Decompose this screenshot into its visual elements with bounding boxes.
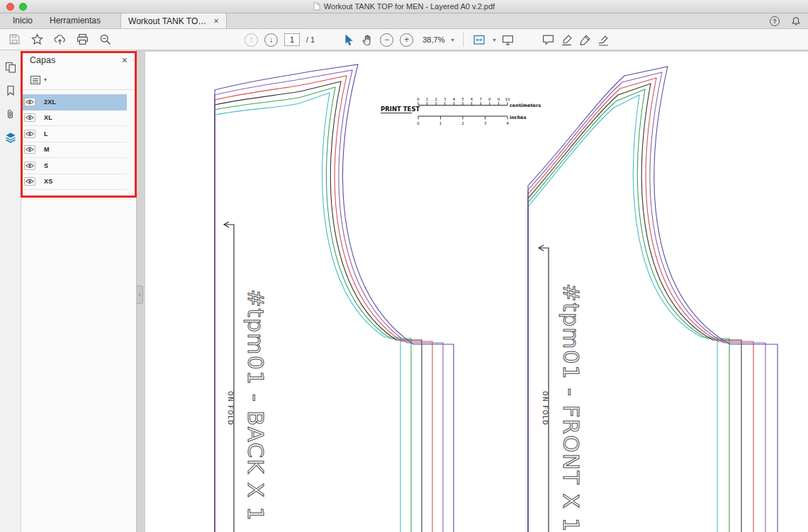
layer-name: XL — [44, 114, 52, 121]
chevron-down-icon[interactable]: ▾ — [44, 77, 47, 83]
on-fold-label-back: ON FOLD — [227, 391, 234, 426]
svg-text:2: 2 — [434, 97, 437, 101]
front-piece-label: #tpm01 - FRONT X 1 — [559, 283, 584, 532]
eye-icon — [26, 115, 34, 120]
favorites-star-button[interactable] — [31, 33, 43, 45]
layer-visibility-toggle[interactable] — [24, 162, 35, 170]
zoom-search-button[interactable] — [99, 33, 111, 45]
svg-text:8: 8 — [488, 97, 491, 101]
zoom-level-value[interactable]: 38,7% — [422, 35, 444, 44]
layers-panel: Capas × ▾ 2XL — [21, 50, 137, 532]
page-number-input[interactable] — [284, 33, 300, 46]
svg-text:10: 10 — [505, 97, 510, 101]
layer-name: 2XL — [44, 98, 56, 106]
svg-text:7: 7 — [479, 97, 482, 101]
panel-collapse-handle[interactable]: ‹ — [137, 285, 143, 304]
layer-row[interactable]: XL — [21, 111, 127, 127]
window-title-area: Workout TANK TOP for MEN - Layered A0 v.… — [313, 2, 495, 11]
bookmarks-button[interactable] — [5, 85, 16, 96]
page-up-button[interactable]: ↑ — [245, 33, 258, 47]
fit-width-button[interactable] — [473, 34, 486, 46]
navigation-icon-bar — [0, 50, 21, 532]
layer-name: L — [44, 130, 48, 137]
layer-name: XS — [44, 178, 52, 185]
layer-visibility-toggle[interactable] — [24, 145, 35, 154]
zoom-in-button[interactable]: + — [400, 33, 413, 47]
sign-tool-button[interactable] — [579, 34, 591, 46]
help-icon[interactable]: ? — [770, 16, 780, 26]
fullscreen-window-button[interactable] — [19, 3, 27, 11]
eye-icon — [26, 179, 34, 184]
page-thumbnails-button[interactable] — [5, 62, 16, 73]
notifications-bell-icon[interactable] — [791, 16, 801, 26]
layer-name: M — [44, 146, 50, 153]
eye-icon — [26, 131, 34, 137]
layer-row[interactable]: S — [21, 158, 127, 174]
cloud-upload-button[interactable] — [54, 33, 66, 45]
layer-name: S — [44, 162, 48, 169]
attachments-button[interactable] — [5, 108, 16, 120]
highlight-tool-button[interactable] — [561, 34, 573, 46]
select-tool-button[interactable] — [343, 34, 355, 46]
document-canvas[interactable]: ON FOLD ON FOLD #tpm01 - BACK X 1 #tpm01… — [137, 50, 808, 532]
save-button[interactable] — [9, 33, 21, 45]
chevron-down-icon[interactable]: ▾ — [493, 37, 495, 43]
hand-tool-button[interactable] — [361, 34, 374, 46]
comment-tool-button[interactable] — [542, 34, 554, 46]
eye-icon — [26, 163, 34, 169]
svg-text:0: 0 — [417, 97, 420, 101]
page-down-button[interactable]: ↓ — [264, 33, 278, 47]
svg-text:5: 5 — [461, 97, 464, 101]
layer-row[interactable]: L — [21, 126, 127, 142]
window-controls — [6, 3, 27, 11]
panel-title: Capas — [30, 55, 122, 65]
layer-visibility-toggle[interactable] — [24, 98, 35, 106]
svg-text:4: 4 — [453, 97, 456, 101]
tab-bar: Inicio Herramientas Workout TANK TO… × ? — [0, 13, 808, 29]
layer-visibility-toggle[interactable] — [24, 130, 35, 138]
pdf-file-icon — [313, 2, 320, 11]
chevron-down-icon[interactable]: ▾ — [451, 37, 454, 43]
tab-document[interactable]: Workout TANK TO… × — [120, 13, 227, 28]
layer-options-icon[interactable] — [30, 75, 41, 85]
fill-sign-tool-button[interactable] — [597, 34, 610, 46]
svg-text:1: 1 — [426, 97, 429, 101]
tab-herramientas[interactable]: Herramientas — [41, 13, 109, 28]
layer-visibility-toggle[interactable] — [24, 113, 35, 122]
tab-document-label: Workout TANK TO… — [128, 16, 206, 26]
close-tab-icon[interactable]: × — [213, 16, 219, 26]
svg-text:6: 6 — [471, 97, 473, 101]
layer-row[interactable]: XS — [21, 174, 127, 191]
svg-text:0: 0 — [417, 121, 420, 125]
on-fold-label-front: ON FOLD — [542, 391, 549, 426]
centimeters-label: centimeters — [510, 103, 541, 108]
back-piece-label: #tpm01 - BACK X 1 — [243, 289, 269, 521]
main-toolbar: ↑ ↓ / 1 − + 38,7% ▾ ▾ — [0, 29, 808, 50]
svg-text:3: 3 — [444, 97, 447, 101]
close-panel-icon[interactable]: × — [122, 55, 128, 66]
eye-icon — [26, 99, 34, 105]
print-test-label: PRINT TEST — [381, 106, 420, 113]
eye-icon — [26, 147, 34, 152]
window-title: Workout TANK TOP for MEN - Layered A0 v.… — [324, 2, 495, 11]
svg-text:4: 4 — [506, 121, 509, 125]
layer-row[interactable]: M — [21, 142, 127, 159]
macos-titlebar: Workout TANK TOP for MEN - Layered A0 v.… — [0, 0, 808, 13]
layers-list: 2XL XL L — [21, 90, 136, 190]
layer-row[interactable]: 2XL — [21, 94, 127, 111]
close-window-button[interactable] — [6, 3, 14, 11]
zoom-out-button[interactable]: − — [380, 33, 393, 47]
pdf-render: ON FOLD ON FOLD #tpm01 - BACK X 1 #tpm01… — [137, 50, 808, 532]
inches-label: inches — [510, 115, 527, 120]
svg-text:3: 3 — [484, 121, 487, 125]
page-count-label: / 1 — [306, 35, 315, 44]
svg-text:1: 1 — [439, 121, 442, 125]
svg-text:9: 9 — [498, 97, 500, 101]
svg-text:2: 2 — [461, 121, 464, 125]
full-screen-mode-button[interactable] — [502, 34, 514, 46]
layer-visibility-toggle[interactable] — [24, 177, 35, 186]
print-button[interactable] — [77, 33, 89, 45]
tab-inicio[interactable]: Inicio — [4, 13, 41, 28]
layers-button[interactable] — [5, 132, 16, 143]
